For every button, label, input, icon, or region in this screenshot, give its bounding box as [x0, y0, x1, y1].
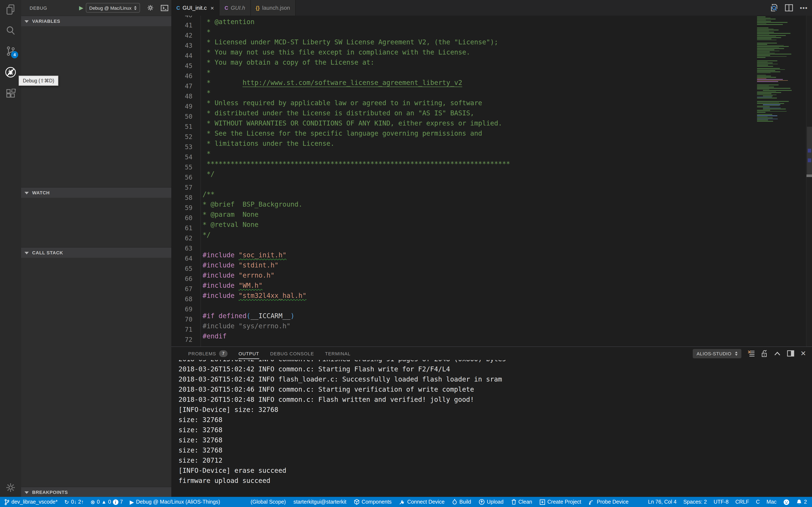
indentation-status[interactable]: Spaces: 2 [683, 499, 707, 505]
code-line[interactable]: 54 *************************************… [171, 152, 812, 162]
minimap-line [757, 101, 789, 102]
build-button[interactable]: Build [452, 499, 471, 505]
sync-status[interactable]: ↻ 0↓ 2↑ [64, 499, 84, 505]
select-arrows-icon [735, 351, 738, 355]
minimap-line [757, 95, 776, 95]
minimap-line [757, 66, 773, 66]
line-number: 55 [171, 162, 192, 172]
clean-button[interactable]: Clean [511, 499, 532, 505]
split-editor-icon[interactable] [785, 4, 793, 11]
cursor-position-status[interactable]: Ln 76, Col 4 [648, 499, 677, 505]
code-line[interactable]: 67#include "stm32l4xx_hal.h" [171, 284, 812, 294]
sync-icon: ↻ [64, 499, 69, 505]
source-control-icon[interactable]: 4 [0, 42, 21, 60]
minimap[interactable] [754, 16, 806, 346]
more-actions-icon[interactable]: ••• [800, 4, 808, 11]
code-editor[interactable]: 40 * @attention41 *42 * Licensed under M… [171, 16, 812, 346]
extensions-icon[interactable] [0, 85, 21, 104]
section-call-stack[interactable]: CALL STACK [21, 247, 171, 258]
create-project-button[interactable]: Create Project [540, 499, 581, 505]
minimap-line [757, 121, 773, 121]
code-line[interactable]: 69#if defined(__ICCARM__) [171, 304, 812, 314]
code-line[interactable]: 41 * [171, 20, 812, 31]
tab-debug-console[interactable]: DEBUG CONSOLE [270, 351, 314, 356]
tab-terminal[interactable]: TERMINAL [325, 351, 351, 356]
section-breakpoints[interactable]: BREAKPOINTS [21, 487, 171, 497]
move-panel-right-icon[interactable] [787, 350, 794, 356]
section-collapse-icon [24, 252, 29, 255]
search-in-file-icon[interactable] [770, 4, 778, 12]
output-channel-select[interactable]: ALIOS-STUDIO [693, 349, 741, 358]
line-number: 56 [171, 172, 192, 182]
project-status[interactable]: starterkitgui@starterkit [294, 499, 346, 505]
maximize-panel-icon[interactable] [774, 351, 780, 355]
section-variables[interactable]: VARIABLES [21, 16, 171, 26]
feedback-smiley-icon[interactable] [783, 499, 790, 505]
eol-status[interactable]: CRLF [735, 499, 749, 505]
line-number: 64 [171, 253, 192, 264]
json-file-icon: {} [256, 5, 260, 11]
language-status[interactable]: C [756, 499, 760, 505]
section-label: WATCH [32, 190, 50, 195]
platform-status[interactable]: Mac [767, 499, 776, 505]
close-tab-icon[interactable]: × [211, 5, 214, 11]
code-line[interactable]: 56 [171, 172, 812, 182]
code-line[interactable]: 58* @brief BSP_Background. [171, 193, 812, 203]
output-line: size: 32768 [179, 415, 812, 425]
tab-output[interactable]: OUTPUT [239, 351, 259, 356]
connect-device-button[interactable]: Connect Device [399, 499, 445, 505]
code-line[interactable]: 72 [171, 335, 812, 345]
configure-gear-icon[interactable] [147, 4, 154, 11]
problems-status[interactable]: ⊗ 0 ▲ 0 i 7 [91, 499, 123, 505]
code-line[interactable]: 62 [171, 233, 812, 243]
line-number: 47 [171, 81, 192, 91]
code-line[interactable]: 40 * @attention [171, 16, 812, 20]
code-line[interactable]: 63#include "soc_init.h" [171, 243, 812, 253]
output-line: firmware upload succeed [179, 476, 812, 486]
encoding-status[interactable]: UTF-8 [714, 499, 729, 505]
plug-icon [399, 499, 405, 505]
output-view[interactable]: 2018-03-26T15:02:42 INFO common.c: Finis… [171, 360, 812, 497]
tab-launch-json[interactable]: {} launch.json [251, 0, 295, 16]
code-line[interactable]: 48 * Unless required by applicable law o… [171, 91, 812, 101]
git-branch-status[interactable]: dev_librae_vscode* [4, 499, 57, 505]
editor-scrollbar[interactable] [806, 16, 812, 346]
minimap-line [757, 21, 771, 21]
minimap-line [757, 76, 771, 76]
output-line: 2018-03-26T15:02:42 INFO common.c: Start… [179, 364, 812, 374]
code-line[interactable]: 42 * Licensed under MCD-ST Liberty SW Li… [171, 31, 812, 41]
minimap-line [757, 51, 779, 51]
tab-problems[interactable]: PROBLEMS 7 [188, 350, 227, 357]
explorer-icon[interactable] [0, 0, 21, 19]
clear-output-icon[interactable] [748, 350, 755, 356]
debug-config-select[interactable]: Debug @ Mac/Linux [86, 3, 140, 13]
minimap-line [757, 17, 770, 18]
minimap-line [757, 102, 779, 103]
output-line: size: 32768 [179, 435, 812, 445]
info-icon: i [113, 499, 118, 505]
components-button[interactable]: Components [354, 499, 392, 505]
code-line[interactable]: 46 * http://www.st.com/software_license_… [171, 71, 812, 81]
start-debug-button[interactable]: ▶ [79, 5, 83, 11]
debug-target-status[interactable]: ▶ Debug @ Mac/Linux (AliOS-Things) [130, 499, 220, 505]
c-file-icon: C [176, 5, 180, 11]
code-line[interactable]: 61*/ [171, 223, 812, 233]
probe-device-button[interactable]: Probe Device [589, 499, 628, 505]
tab-gui-init-c[interactable]: C GUI_init.c × [171, 0, 219, 16]
search-icon[interactable] [0, 21, 21, 40]
unlock-icon[interactable] [761, 350, 767, 357]
minimap-line [757, 115, 777, 116]
close-panel-icon[interactable]: ✕ [800, 349, 806, 357]
open-debug-console-icon[interactable] [161, 4, 168, 11]
section-watch[interactable]: WATCH [21, 187, 171, 198]
tab-gui-h[interactable]: C GUI.h [219, 0, 251, 16]
debug-icon[interactable] [0, 63, 21, 81]
notifications-bell[interactable]: 2 [796, 499, 807, 505]
section-label: BREAKPOINTS [32, 490, 68, 495]
settings-gear-icon[interactable] [0, 478, 21, 497]
line-number: 54 [171, 152, 192, 162]
scope-status[interactable]: (Global Scope) [251, 499, 286, 505]
code-line[interactable]: 60* @retval None [171, 213, 812, 223]
upload-button[interactable]: Upload [479, 499, 504, 505]
code-line[interactable]: 57/** [171, 182, 812, 193]
